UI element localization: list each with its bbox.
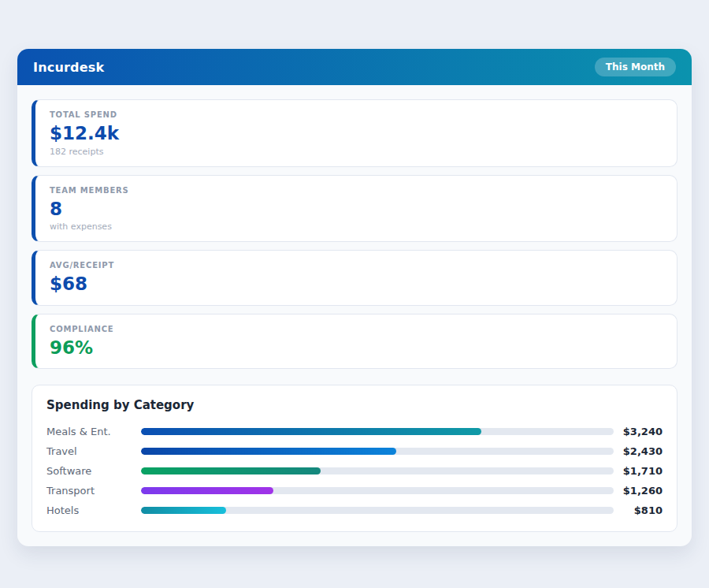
stat-label: AVG/RECEIPT — [50, 261, 663, 270]
bar-fill-transport — [141, 487, 273, 494]
period-badge[interactable]: This Month — [595, 58, 676, 76]
bar-fill-hotels — [141, 507, 226, 514]
app-title: Incurdesk — [33, 60, 104, 75]
spending-by-category-chart: Spending by Category Meals & Ent. $3,240… — [32, 385, 677, 532]
app-header: Incurdesk This Month — [17, 49, 692, 85]
chart-title: Spending by Category — [46, 398, 663, 412]
stat-label: COMPLIANCE — [50, 325, 663, 333]
bar-track — [141, 448, 614, 455]
category-label: Meals & Ent. — [46, 426, 141, 437]
dashboard-content: TOTAL SPEND $12.4k 182 receipts TEAM MEM… — [17, 85, 692, 546]
bar-value: $1,710 — [614, 465, 663, 477]
stat-label: TEAM MEMBERS — [50, 186, 663, 195]
chart-row-software: Software $1,710 — [46, 461, 663, 481]
stat-value: 96% — [50, 337, 663, 359]
stat-card-avg-receipt: AVG/RECEIPT $68 — [32, 250, 677, 306]
bar-fill-travel — [141, 448, 396, 455]
category-label: Software — [46, 465, 141, 477]
bar-fill-software — [141, 467, 321, 474]
chart-row-hotels: Hotels $810 — [46, 501, 663, 520]
app-container: Incurdesk This Month TOTAL SPEND $12.4k … — [17, 49, 692, 546]
bar-value: $3,240 — [614, 426, 663, 437]
stat-card-compliance: COMPLIANCE 96% — [32, 314, 677, 370]
stat-value: 8 — [50, 199, 663, 221]
stat-card-team-members: TEAM MEMBERS 8 with expenses — [32, 175, 677, 243]
chart-row-transport: Transport $1,260 — [46, 481, 663, 501]
bar-value: $2,430 — [614, 445, 663, 457]
bar-value: $1,260 — [614, 485, 663, 497]
bar-track — [141, 467, 614, 474]
bar-track — [141, 428, 614, 435]
category-label: Travel — [46, 445, 141, 457]
bar-value: $810 — [614, 504, 663, 516]
stat-label: TOTAL SPEND — [50, 110, 663, 119]
category-label: Hotels — [46, 504, 141, 516]
bar-fill-meals — [141, 428, 481, 435]
stat-value: $12.4k — [50, 123, 663, 145]
category-label: Transport — [46, 485, 141, 497]
stat-subtext: 182 receipts — [50, 147, 663, 157]
stat-subtext: with expenses — [50, 221, 663, 232]
stat-value: $68 — [50, 274, 663, 296]
chart-row-meals: Meals & Ent. $3,240 — [46, 422, 663, 441]
bar-track — [141, 507, 614, 514]
bar-track — [141, 487, 614, 494]
chart-row-travel: Travel $2,430 — [46, 441, 663, 461]
stat-card-total-spend: TOTAL SPEND $12.4k 182 receipts — [32, 99, 677, 167]
